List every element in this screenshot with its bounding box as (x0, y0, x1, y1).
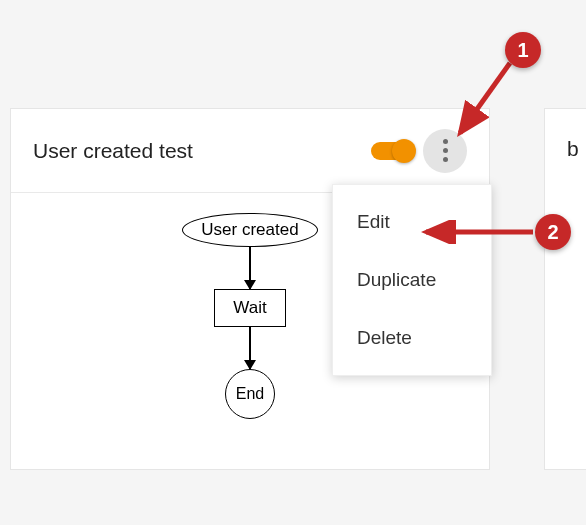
enable-toggle[interactable] (371, 142, 413, 160)
flow-arrow (249, 247, 251, 289)
flow-trigger-node: User created (182, 213, 317, 247)
annotation-step-1: 1 (505, 32, 541, 68)
header-controls (371, 129, 467, 173)
flow-step-node: Wait (214, 289, 285, 327)
more-options-button[interactable] (423, 129, 467, 173)
options-dropdown: Edit Duplicate Delete (332, 184, 492, 376)
card-header: User created test (11, 109, 489, 193)
flow-arrow (249, 327, 251, 369)
card-title: User created test (33, 139, 193, 163)
menu-item-edit[interactable]: Edit (333, 193, 491, 251)
adjacent-card: b (544, 108, 586, 470)
flow-end-node: End (225, 369, 275, 419)
annotation-step-2: 2 (535, 214, 571, 250)
adjacent-card-title: b (545, 109, 586, 189)
menu-item-duplicate[interactable]: Duplicate (333, 251, 491, 309)
toggle-thumb (392, 139, 416, 163)
kebab-icon (443, 139, 448, 162)
flow-diagram: User created Wait End (182, 213, 317, 469)
menu-item-delete[interactable]: Delete (333, 309, 491, 367)
